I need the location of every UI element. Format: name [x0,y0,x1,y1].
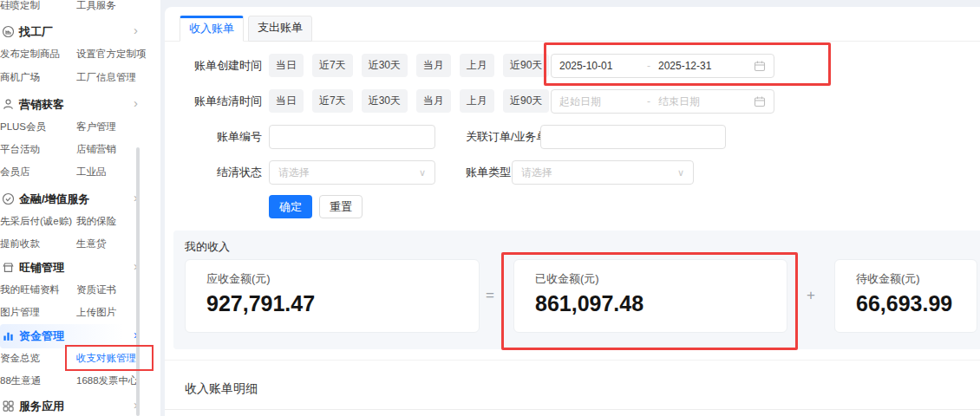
quick-90days-button[interactable]: 近90天 [503,89,549,113]
sidebar-item-member-store[interactable]: 会员店 [0,166,30,179]
sidebar-item-early-collection[interactable]: 提前收款 [0,237,40,250]
person-icon [2,98,15,111]
quick-7days-button[interactable]: 近7天 [312,89,353,113]
bill-no-input[interactable] [269,125,435,149]
quick-last-month-button[interactable]: 上月 [460,54,494,77]
end-date-placeholder[interactable]: 结束日期 [658,94,754,109]
main-panel: 收入账单 支出账单 账单创建时间 当日 近7天 近30天 当月 上月 近90天 … [165,7,980,416]
sidebar-item-plus-member[interactable]: PLUS会员 [0,120,46,133]
sidebar-section-find-factory[interactable]: 找工厂 › [0,24,160,40]
receivable-value: 927,791.47 [206,291,315,316]
income-bill-detail-title: 收入账单明细 [185,381,258,397]
shop-icon [2,261,15,274]
bill-type-select[interactable]: 请选择 ∨ [512,160,694,185]
quick-7days-button[interactable]: 近7天 [312,54,353,77]
calendar-icon[interactable] [754,60,766,72]
quick-this-month-button[interactable]: 当月 [416,89,451,113]
date-separator: - [639,95,658,107]
quick-last-month-button[interactable]: 上月 [460,89,494,113]
sidebar-item-publish-custom-product[interactable]: 发布定制商品 [0,48,60,61]
sidebar-item-income-expense-reconciliation[interactable]: 收支对账管理 [76,352,136,365]
sidebar-item-pay-later[interactable]: 先采后付(诚e赊) [0,215,72,228]
sidebar-item-image-management[interactable]: 图片管理 [0,306,40,319]
start-date-value[interactable]: 2025-10-01 [559,60,639,72]
sidebar-item-qualification-cert[interactable]: 资质证书 [76,283,116,296]
quick-today-button[interactable]: 当日 [269,54,304,77]
start-date-placeholder[interactable]: 起始日期 [559,94,639,109]
sidebar: 硅喷定制 工具服务 找工厂 › 发布定制商品 设置官方定制项 商机广场 工厂信息… [0,0,160,416]
quick-30days-button[interactable]: 近30天 [362,54,408,77]
sidebar-item-guipen-dingzhi[interactable]: 硅喷定制 [0,0,40,12]
factory-icon [2,25,15,38]
calendar-icon[interactable] [754,95,766,107]
settle-time-quick-buttons: 当日 近7天 近30天 当月 上月 近90天 [269,89,549,113]
pending-amount-card: 待收金额(元) 66,693.99 [834,259,977,333]
receivable-label: 应收金额(元) [206,271,271,287]
income-summary-panel: 我的收入 应收金额(元) 927,791.47 = 已收金额(元) 861,09… [173,231,980,349]
create-time-date-range-input[interactable]: 2025-10-01 - 2025-12-31 [551,54,774,78]
filter-actions-row: 确定 重置 [165,195,980,219]
chevron-right-icon: › [134,23,138,37]
sidebar-item-factory-info[interactable]: 工厂信息管理 [76,71,136,84]
sidebar-item-business-plaza[interactable]: 商机广场 [0,71,40,84]
received-value: 861,097.48 [535,291,644,316]
settle-status-select[interactable]: 请选择 ∨ [269,160,435,185]
pending-value: 66,693.99 [856,291,952,316]
settle-time-label: 账单结清时间 [165,89,262,114]
received-label: 已收金额(元) [535,271,599,287]
sidebar-row: PLUS会员 客户管理 [0,120,160,136]
date-separator: - [639,60,658,72]
end-date-value[interactable]: 2025-12-31 [658,60,754,72]
sidebar-item-my-insurance[interactable]: 我的保险 [76,215,116,228]
grid-icon [2,400,15,413]
bill-no-label: 账单编号 [165,125,262,149]
sidebar-item-business-loan[interactable]: 生意贷 [76,237,107,250]
quick-this-month-button[interactable]: 当月 [416,54,451,77]
sidebar-item-1688-invoice-center[interactable]: 1688发票中心 [76,374,139,387]
finance-circle-icon [2,192,15,205]
sidebar-scrollbar[interactable] [136,147,140,416]
sidebar-item-official-custom-settings[interactable]: 设置官方定制项 [76,48,147,61]
divider [165,409,980,410]
sidebar-item-shengyitong[interactable]: 88生意通 [0,374,41,387]
sidebar-section-marketing[interactable]: 营销获客 › [0,97,160,113]
bar-chart-icon [2,329,15,342]
sidebar-item-upload-image[interactable]: 上传图片 [76,306,116,319]
sidebar-row: 商机广场 工厂信息管理 [0,71,160,87]
sidebar-item-my-shop-profile[interactable]: 我的旺铺资料 [0,283,60,296]
sidebar-row: 硅喷定制 工具服务 [0,0,160,15]
divider [165,360,980,361]
create-time-label: 账单创建时间 [165,54,262,78]
reset-button[interactable]: 重置 [319,195,363,218]
plus-operator: + [807,287,815,304]
sidebar-item-tool-services[interactable]: 工具服务 [76,0,116,12]
chevron-down-icon: ∨ [419,167,426,179]
filter-row-bill-no: 账单编号 关联订单/业务单 [165,125,980,149]
sidebar-item-shop-marketing[interactable]: 店铺营销 [76,143,116,156]
tab-expense-bills[interactable]: 支出账单 [248,16,312,42]
bill-type-label: 账单类型 [466,160,511,185]
filter-row-settle-time: 账单结清时间 当日 近7天 近30天 当月 上月 近90天 起始日期 - 结束日… [165,89,980,114]
quick-today-button[interactable]: 当日 [269,89,304,113]
filter-row-create-time: 账单创建时间 当日 近7天 近30天 当月 上月 近90天 2025-10-01… [165,54,980,78]
sidebar-item-platform-activity[interactable]: 平台活动 [0,143,40,156]
confirm-button[interactable]: 确定 [269,195,312,218]
sidebar-row: 发布定制商品 设置官方定制项 [0,48,160,63]
related-order-input[interactable] [540,125,726,149]
pending-label: 待收金额(元) [856,271,920,287]
sidebar-item-customer-management[interactable]: 客户管理 [76,120,116,133]
bill-tabs: 收入账单 支出账单 [165,16,980,42]
quick-30days-button[interactable]: 近30天 [362,89,408,113]
summary-title: 我的收入 [185,239,230,255]
tab-income-bills[interactable]: 收入账单 [180,16,244,42]
settle-status-label: 结清状态 [165,160,262,185]
equals-operator: = [486,287,494,304]
related-order-label: 关联订单/业务单 [466,125,548,149]
settle-time-date-range-input[interactable]: 起始日期 - 结束日期 [551,89,774,114]
quick-90days-button[interactable]: 近90天 [503,54,549,77]
filter-row-status-type: 结清状态 请选择 ∨ 账单类型 请选择 ∨ [165,160,980,185]
create-time-quick-buttons: 当日 近7天 近30天 当月 上月 近90天 [269,54,549,77]
received-amount-card: 已收金额(元) 861,097.48 [513,259,787,333]
sidebar-item-fund-overview[interactable]: 资金总览 [0,352,40,365]
sidebar-item-industrial-goods[interactable]: 工业品 [76,166,107,179]
